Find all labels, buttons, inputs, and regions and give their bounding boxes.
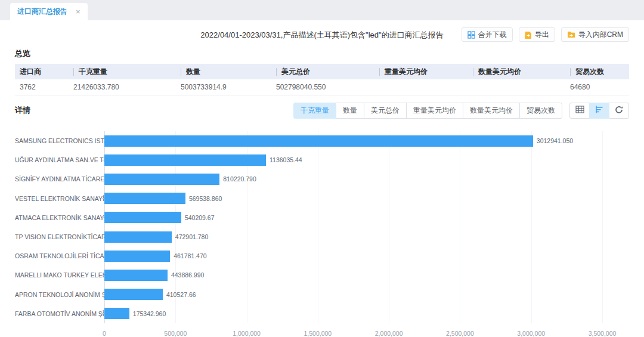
bar[interactable] (104, 270, 168, 281)
metric-tab-0[interactable]: 千克重量 (293, 103, 336, 119)
table-view-icon (575, 106, 584, 115)
button-label: 导入内部CRM (578, 30, 623, 40)
chart-rows: SAMSUNG ELECTRONICS ISTANBUL P...3012941… (15, 131, 602, 323)
overview-header-row: 进口商千克重量数量美元总价重量美元均价数量美元均价贸易次数 (15, 64, 629, 79)
category-label: VESTEL ELEKTRONİK SANAYİ VE Tİ... (15, 195, 100, 202)
chart-row: VESTEL ELEKTRONİK SANAYİ VE Tİ...569538.… (15, 189, 602, 208)
column-divider (181, 68, 181, 76)
bar-value-label: 3012941.050 (537, 137, 573, 144)
bar-zone: 410527.66 (104, 289, 602, 300)
bar[interactable] (104, 289, 163, 300)
overview-cell: 3762 (15, 83, 69, 91)
refresh-button[interactable] (609, 103, 629, 119)
bar[interactable] (104, 135, 533, 147)
overview-column-header: 进口商 (15, 64, 69, 79)
x-tick-label: 0 (103, 330, 106, 337)
metric-tab-group: 千克重量数量美元总价重量美元均价数量美元均价贸易次数 (293, 103, 562, 119)
bar[interactable] (104, 251, 170, 262)
bar-value-label: 461781.470 (174, 252, 206, 259)
bar-zone: 540209.67 (104, 212, 602, 223)
bar-value-label: 810220.790 (223, 175, 256, 183)
table-view-button[interactable] (569, 103, 590, 119)
overview-section-title: 总览 (15, 48, 629, 59)
header-actions: 合并下载 导出 导入内部CRM (462, 27, 629, 42)
report-header: 2022/04/01-2023/03/31,产品描述(土耳其语)包含"led"的… (15, 25, 629, 45)
chart-row: SİGNİFY AYDINLATMA TİCARET ANO...810220.… (15, 169, 602, 188)
bar-chart-view-button[interactable] (589, 103, 609, 119)
bar[interactable] (104, 212, 181, 223)
detail-toolbar: 详情 千克重量数量美元总价重量美元均价数量美元均价贸易次数 (15, 101, 629, 119)
x-tick-label: 3,500,000 (589, 330, 617, 337)
chart-row: APRON TEKNOLOJİ ANONİM ŞİRKETİ410527.66 (15, 285, 602, 304)
report-page: 2022/04/01-2023/03/31,产品描述(土耳其语)包含"led"的… (0, 20, 644, 337)
import-crm-button[interactable]: 导入内部CRM (561, 27, 629, 42)
metric-tab-5[interactable]: 贸易次数 (519, 103, 562, 119)
bar-value-label: 443886.990 (171, 271, 204, 279)
bar-zone: 461781.470 (104, 251, 602, 262)
category-label: UĞUR AYDINLATMA SAN.VE TİC.LTD... (15, 156, 100, 163)
import-crm-icon (567, 31, 575, 38)
x-tick-label: 2,500,000 (446, 330, 474, 337)
merge-download-icon (467, 31, 475, 39)
bar-zone: 1136035.44 (104, 154, 602, 166)
metric-tab-1[interactable]: 数量 (336, 103, 364, 119)
bar-zone: 175342.960 (104, 308, 602, 319)
bar-value-label: 175342.960 (133, 310, 166, 317)
bar[interactable] (104, 174, 219, 185)
bar-value-label: 569538.860 (189, 195, 222, 202)
bar-chart-view-icon (595, 106, 603, 115)
bar-zone: 810220.790 (104, 174, 602, 185)
tab-import-summary-report[interactable]: 进口商汇总报告 × (10, 3, 88, 20)
bar-value-label: 410527.66 (166, 291, 196, 298)
bar-value-label: 472901.780 (175, 233, 208, 240)
export-icon (525, 31, 532, 39)
bar[interactable] (104, 193, 185, 204)
detail-section-title: 详情 (15, 105, 30, 116)
export-button[interactable]: 导出 (519, 27, 555, 42)
bar[interactable] (104, 231, 172, 243)
gridline (602, 131, 603, 323)
bar-value-label: 540209.67 (185, 214, 215, 221)
column-divider (73, 68, 74, 76)
overview-column-header: 数量 (176, 64, 271, 79)
bar[interactable] (104, 308, 129, 319)
bar-zone: 472901.780 (104, 231, 602, 243)
metric-tab-4[interactable]: 数量美元均价 (463, 103, 520, 119)
metric-tab-3[interactable]: 重量美元均价 (406, 103, 463, 119)
category-label: OSRAM TEKNOLOJİLERİ TİCARET AN... (15, 252, 100, 259)
bar-zone: 3012941.050 (104, 135, 602, 147)
overview-cell: 5003733914.9 (176, 83, 271, 91)
x-tick-label: 2,000,000 (375, 330, 403, 337)
x-tick-label: 500,000 (164, 330, 187, 337)
tab-label: 进口商汇总报告 (17, 7, 67, 17)
category-label: MARELLI MAKO TURKEY ELEKTRİK S... (15, 271, 100, 279)
category-label: ATMACA ELEKTRONİK SANAYİ VE Tİ... (15, 214, 100, 221)
x-tick-label: 3,000,000 (517, 330, 545, 337)
button-label: 导出 (535, 30, 549, 40)
chart-x-axis: 0500,0001,000,0001,500,0002,000,0002,500… (104, 327, 602, 337)
page-title: 2022/04/01-2023/03/31,产品描述(土耳其语)包含"led"的… (200, 30, 443, 41)
view-tool-group (569, 103, 629, 119)
column-divider (473, 68, 473, 76)
chart-row: TP VISION ELEKTRONİKTİCARET AN...472901.… (15, 227, 602, 246)
category-label: SAMSUNG ELECTRONICS ISTANBUL P... (15, 137, 100, 144)
chart-row: ATMACA ELEKTRONİK SANAYİ VE Tİ...540209.… (15, 208, 602, 227)
importers-bar-chart: SAMSUNG ELECTRONICS ISTANBUL P...3012941… (15, 129, 629, 337)
overview-column-header: 重量美元均价 (374, 64, 468, 79)
chart-row: UĞUR AYDINLATMA SAN.VE TİC.LTD...1136035… (15, 150, 602, 169)
chart-row: SAMSUNG ELECTRONICS ISTANBUL P...3012941… (15, 131, 602, 150)
overview-column-header: 数量美元均价 (468, 64, 565, 79)
bar[interactable] (104, 154, 266, 166)
column-divider (379, 68, 380, 76)
close-icon[interactable]: × (76, 7, 80, 16)
overview-column-header: 美元总价 (271, 64, 374, 79)
chart-row: OSRAM TEKNOLOJİLERİ TİCARET AN...461781.… (15, 246, 602, 265)
overview-data-row: 376221426033.7805003733914.9502798040.55… (15, 79, 629, 95)
chart-row: MARELLI MAKO TURKEY ELEKTRİK S...443886.… (15, 265, 602, 285)
column-divider (570, 68, 571, 76)
app-window: 进口商汇总报告 × 2022/04/01-2023/03/31,产品描述(土耳其… (0, 0, 644, 337)
overview-column-header: 贸易次数 (565, 64, 629, 79)
merge-download-button[interactable]: 合并下载 (462, 27, 513, 42)
column-divider (276, 68, 277, 76)
metric-tab-2[interactable]: 美元总价 (364, 103, 407, 119)
